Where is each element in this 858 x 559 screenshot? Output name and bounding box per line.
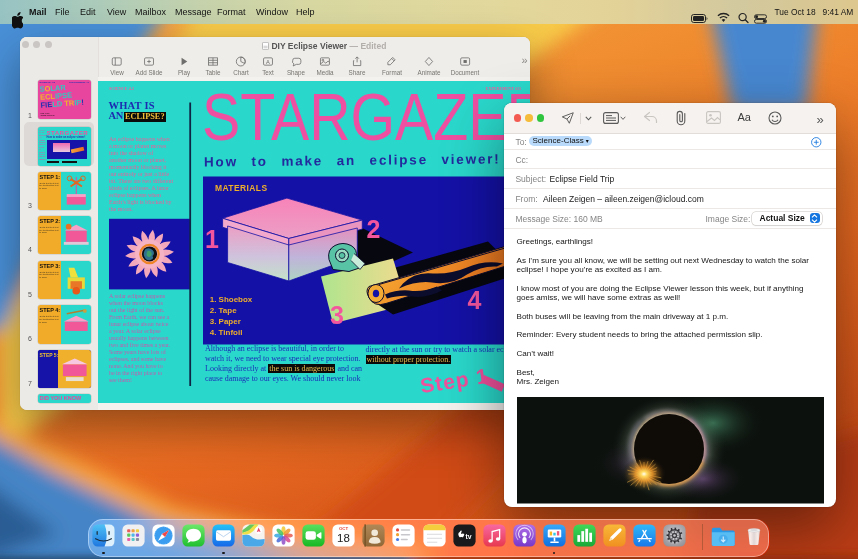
svg-text:4: 4: [467, 285, 481, 313]
svg-text:2. Tape: 2. Tape: [210, 306, 237, 315]
svg-text:A: A: [266, 59, 270, 65]
svg-text:OCT: OCT: [339, 527, 349, 532]
svg-text:tv: tv: [465, 533, 471, 540]
svg-text:1. Shoebox: 1. Shoebox: [210, 295, 253, 304]
svg-text:2: 2: [366, 214, 380, 242]
svg-text:18: 18: [337, 532, 350, 544]
svg-text:3. Paper: 3. Paper: [210, 317, 241, 326]
svg-text:MATERIALS: MATERIALS: [215, 182, 267, 192]
svg-text:3: 3: [330, 300, 344, 328]
svg-text:1: 1: [205, 225, 219, 253]
svg-text:4. Tinfoil: 4. Tinfoil: [210, 328, 243, 337]
